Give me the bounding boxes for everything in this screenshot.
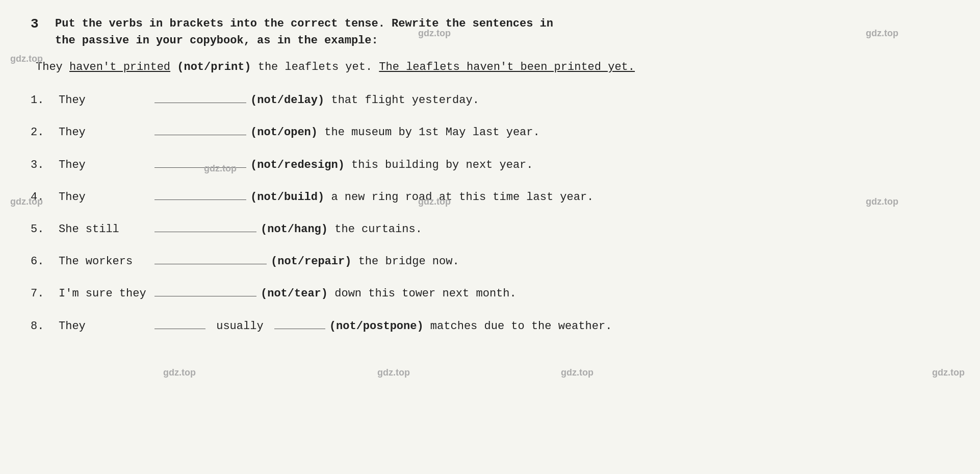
sentence-item-8: 8. They usually (not/postpone) matches d… — [31, 317, 949, 335]
instruction-line2: the passive in your copybook, as in the … — [55, 34, 378, 47]
sentence-2-rest: (not/open) the museum by 1st May last ye… — [250, 123, 949, 141]
exercise-number: 3 — [31, 16, 46, 32]
instruction-line1: Put the verbs in brackets into the corre… — [55, 17, 553, 30]
sentence-list: 1. They (not/delay) that flight yesterda… — [31, 91, 949, 335]
sentence-8-blank-2 — [274, 320, 325, 329]
sentence-1-number: 1. — [31, 91, 59, 109]
watermark-8: gdz.top — [163, 367, 196, 378]
sentence-6-number: 6. — [31, 253, 59, 270]
sentence-item-3: 3. They (not/redesign) this building by … — [31, 156, 949, 174]
sentence-4-blank — [154, 191, 246, 200]
sentence-7-number: 7. — [31, 285, 59, 303]
example-middle: the leaflets yet. — [258, 61, 379, 73]
sentence-1-rest: (not/delay) that flight yesterday. — [250, 91, 949, 109]
exercise-header: 3 Put the verbs in brackets into the cor… — [31, 15, 949, 49]
sentence-8-subject: They — [59, 317, 150, 335]
sentence-8-blank-1 — [154, 320, 205, 329]
example-verb-underlined: haven't printed — [69, 61, 170, 73]
sentence-item-7: 7. I'm sure they (not/tear) down this to… — [31, 285, 949, 303]
watermark-9: gdz.top — [377, 367, 410, 378]
sentence-3-number: 3. — [31, 156, 59, 174]
sentence-1-subject: They — [59, 91, 150, 109]
sentence-item-2: 2. They (not/open) the museum by 1st May… — [31, 123, 949, 141]
sentence-3-rest: (not/redesign) this building by next yea… — [250, 156, 949, 174]
sentence-2-subject: They — [59, 123, 150, 141]
example-line: They haven't printed (not/print) the lea… — [31, 58, 949, 76]
sentence-4-number: 4. — [31, 188, 59, 206]
example-passive: The leaflets haven't been printed yet. — [379, 61, 635, 73]
sentence-8-rest: (not/postpone) matches due to the weathe… — [329, 317, 949, 335]
sentence-6-rest: (not/repair) the bridge now. — [271, 253, 949, 270]
sentence-4-rest: (not/build) a new ring road at this time… — [250, 188, 949, 206]
sentence-item-4: 4. They (not/build) a new ring road at t… — [31, 188, 949, 206]
sentence-5-blank — [154, 223, 256, 232]
sentence-7-subject: I'm sure they — [59, 285, 150, 303]
sentence-item-6: 6. The workers (not/repair) the bridge n… — [31, 253, 949, 270]
sentence-6-blank — [154, 255, 267, 264]
sentence-7-blank — [154, 287, 256, 296]
exercise-instruction: Put the verbs in brackets into the corre… — [55, 15, 553, 49]
example-verb-hint: (not/print) — [177, 61, 251, 73]
sentence-5-number: 5. — [31, 220, 59, 238]
sentence-item-5: 5. She still (not/hang) the curtains. — [31, 220, 949, 238]
watermark-10: gdz.top — [561, 367, 594, 378]
sentence-2-number: 2. — [31, 123, 59, 141]
sentence-3-blank — [154, 159, 246, 168]
sentence-8-usually: usually — [210, 317, 270, 335]
watermark-11: gdz.top — [932, 367, 965, 378]
sentence-3-subject: They — [59, 156, 150, 174]
sentence-7-rest: (not/tear) down this tower next month. — [261, 285, 949, 303]
sentence-5-subject: She still — [59, 220, 150, 238]
sentence-5-rest: (not/hang) the curtains. — [261, 220, 949, 238]
sentence-8-number: 8. — [31, 317, 59, 335]
sentence-1-blank — [154, 94, 246, 103]
sentence-2-blank — [154, 126, 246, 135]
example-prefix: They — [36, 61, 63, 73]
sentence-4-subject: They — [59, 188, 150, 206]
sentence-6-subject: The workers — [59, 253, 150, 270]
sentence-item-1: 1. They (not/delay) that flight yesterda… — [31, 91, 949, 109]
